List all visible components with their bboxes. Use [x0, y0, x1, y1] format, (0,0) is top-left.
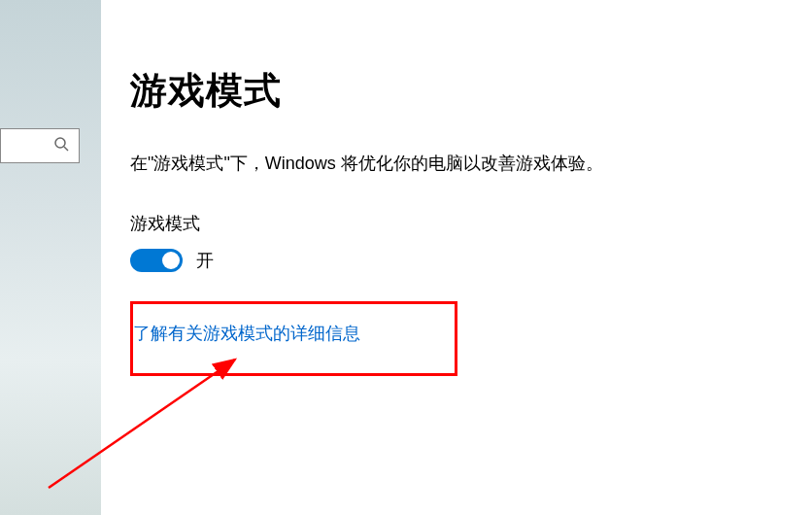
page-title: 游戏模式: [130, 66, 812, 116]
toggle-row: 开: [130, 249, 812, 272]
main-content: 游戏模式 在"游戏模式"下，Windows 将优化你的电脑以改善游戏体验。 游戏…: [130, 0, 812, 376]
game-mode-toggle[interactable]: [130, 249, 183, 272]
toggle-state-label: 开: [196, 249, 214, 272]
svg-line-1: [64, 147, 68, 151]
page-description: 在"游戏模式"下，Windows 将优化你的电脑以改善游戏体验。: [130, 151, 812, 177]
toggle-label: 游戏模式: [130, 212, 812, 235]
svg-point-0: [55, 138, 65, 148]
sidebar-panel: [0, 0, 101, 515]
search-input[interactable]: [0, 128, 80, 163]
toggle-knob: [162, 252, 180, 269]
learn-more-link[interactable]: 了解有关游戏模式的详细信息: [133, 324, 360, 343]
search-icon: [53, 136, 69, 155]
annotation-highlight-box: 了解有关游戏模式的详细信息: [130, 301, 457, 376]
